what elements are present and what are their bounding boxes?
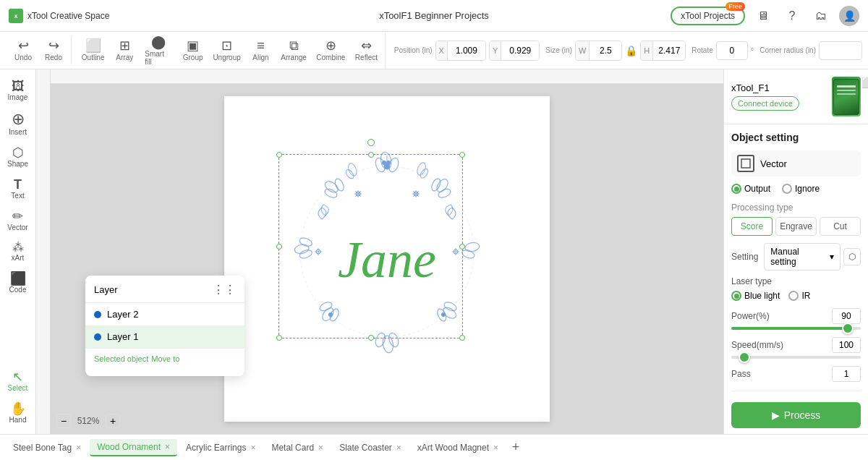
undo-icon: ↩ (18, 39, 29, 52)
align-icon: ≡ (257, 39, 265, 52)
canvas-area[interactable]: Jane Layer ⋮⋮ (36, 69, 723, 434)
rotate-label: Rotate (692, 46, 712, 54)
gallery-icon-btn[interactable]: 🗂 (810, 5, 832, 27)
tab-close-steel-bone-tag[interactable]: × (76, 443, 81, 453)
blue-light-radio[interactable]: Blue light (731, 291, 780, 301)
layer-item-layer1[interactable]: Layer 1 (85, 325, 244, 348)
speed-label: Speed(mm/s) (731, 340, 783, 350)
reflect-icon: ⇔ (361, 39, 372, 52)
width-input[interactable] (590, 41, 621, 60)
tab-xart-wood-magnet[interactable]: xArt Wood Magnet × (410, 440, 506, 456)
tab-close-xart-wood-magnet[interactable]: × (493, 443, 498, 453)
toolbar: ↩ Undo ↪ Redo ⬜ Outline ⊞ Array ⬤ Smart … (0, 32, 868, 69)
tab-close-slate-coaster[interactable]: × (396, 443, 401, 453)
power-slider[interactable] (731, 327, 861, 330)
tab-close-wood-ornament[interactable]: × (165, 442, 170, 452)
sidebar-item-text[interactable]: T Text (2, 174, 34, 204)
outline-button[interactable]: ⬜ Outline (77, 36, 109, 64)
tab-acrylic-earrings[interactable]: Acrylic Earrings × (179, 440, 263, 456)
device-icon-btn[interactable]: 🖥 (752, 5, 774, 27)
ignore-radio-circle (782, 184, 792, 194)
expand-icon[interactable]: ⬜ (861, 77, 868, 88)
right-panel: xTool_F1 Connect device ⬜ Object setting (723, 69, 868, 434)
undo-button[interactable]: ↩ Undo (9, 36, 38, 64)
tab-close-acrylic-earrings[interactable]: × (250, 443, 255, 453)
code-icon: ⬛ (10, 272, 26, 285)
sidebar-item-code[interactable]: ⬛ Code (2, 268, 34, 298)
xart-icon: ⁂ (12, 242, 24, 253)
position-x-input[interactable] (448, 41, 485, 60)
blue-light-radio-circle (731, 291, 741, 301)
tab-steel-bone-tag[interactable]: Steel Bone Tag × (6, 440, 88, 456)
ignore-radio[interactable]: Ignore (782, 184, 820, 194)
ir-radio-circle (788, 291, 799, 301)
reflect-button[interactable]: ⇔ Reflect (351, 36, 382, 64)
tab-slate-coaster[interactable]: Slate Coaster × (332, 440, 409, 456)
setting-label: Setting (731, 252, 758, 262)
score-button[interactable]: Score (731, 217, 773, 236)
vector-icon: ✏ (12, 210, 23, 223)
zoom-plus-button[interactable]: + (106, 414, 120, 428)
sidebar-item-image[interactable]: 🖼 Image (2, 75, 34, 106)
app-icon: x (9, 9, 23, 23)
output-radio[interactable]: Output (731, 184, 770, 194)
sidebar-item-insert[interactable]: ⊕ Insert (2, 107, 34, 140)
avatar[interactable]: 👤 (839, 6, 859, 26)
group-icon: ▣ (187, 39, 199, 52)
text-icon: T (14, 178, 22, 191)
layer-menu-button[interactable]: ⋮⋮ (213, 283, 236, 297)
section-title: Object setting (731, 132, 861, 143)
position-y-input[interactable] (501, 41, 539, 60)
sidebar-item-vector[interactable]: ✏ Vector (2, 205, 34, 236)
sidebar-item-xart[interactable]: ⁂ xArt (2, 237, 34, 266)
sidebar-item-hand[interactable]: ✋ Hand (2, 398, 34, 428)
shape-icon: ⬡ (12, 146, 24, 159)
device-section: xTool_F1 Connect device ⬜ (724, 69, 868, 124)
rotate-input[interactable] (716, 41, 748, 60)
layer-title: Layer (94, 284, 118, 295)
zoom-minus-button[interactable]: − (56, 414, 71, 428)
ungroup-button[interactable]: ⊡ Ungroup (209, 36, 245, 64)
move-to-link[interactable]: Move to (151, 354, 179, 363)
speed-slider[interactable] (731, 356, 861, 359)
engrave-button[interactable]: Engrave (775, 217, 817, 236)
external-link-button[interactable]: ⬡ (843, 248, 861, 265)
arrange-button[interactable]: ⧉ Arrange (276, 36, 310, 64)
layer-panel: Layer ⋮⋮ Layer 2 Layer 1 Selected object… (85, 276, 244, 376)
tab-metal-card[interactable]: Metal Card × (264, 440, 331, 456)
group-button[interactable]: ▣ Group (179, 36, 208, 64)
corner-radius-input[interactable] (819, 41, 862, 60)
output-ignore-group: Output Ignore (731, 184, 861, 194)
processing-type-label: Processing type (731, 203, 861, 213)
speed-value-input[interactable] (832, 337, 861, 353)
help-icon-btn[interactable]: ? (781, 5, 803, 27)
smart-fill-button[interactable]: ⬤ Smart fill (140, 33, 176, 69)
framing-row: Framing ··· (731, 391, 861, 396)
output-radio-circle (731, 184, 741, 194)
align-button[interactable]: ≡ Align (246, 36, 275, 64)
combine-button[interactable]: ⊕ Combine (312, 36, 349, 64)
add-tab-button[interactable]: + (507, 439, 524, 456)
power-value-input[interactable] (832, 308, 861, 324)
vector-type-icon (737, 155, 754, 172)
pass-value-input[interactable] (832, 366, 861, 382)
lock-icon[interactable]: 🔒 (625, 45, 637, 56)
tab-close-metal-card[interactable]: × (318, 443, 323, 453)
pass-row: Pass (731, 366, 861, 382)
sidebar-item-shape[interactable]: ⬡ Shape (2, 142, 34, 172)
tab-wood-ornament[interactable]: Wood Ornament × (90, 439, 177, 456)
ir-radio[interactable]: IR (788, 291, 810, 301)
sidebar-item-select[interactable]: ↖ Select (2, 366, 34, 396)
array-button[interactable]: ⊞ Array (110, 36, 139, 64)
rotate-field-group: Rotate ° (692, 41, 754, 60)
xtool-projects-button[interactable]: xTool Projects Free (671, 7, 745, 25)
cut-button[interactable]: Cut (820, 217, 861, 236)
redo-button[interactable]: ↪ Redo (39, 36, 68, 64)
canvas[interactable]: Jane (224, 96, 550, 422)
zoom-level: 512% (74, 416, 103, 426)
process-button[interactable]: ▶ Process (731, 402, 861, 428)
height-input[interactable] (653, 41, 685, 60)
setting-select[interactable]: Manual setting ▾ (764, 243, 841, 271)
layer-item-layer2[interactable]: Layer 2 (85, 303, 244, 325)
connect-device-button[interactable]: Connect device (731, 96, 799, 111)
